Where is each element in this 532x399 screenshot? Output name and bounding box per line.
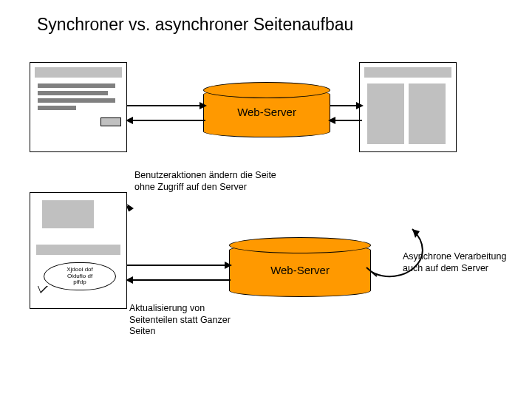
arrowhead-icon <box>328 117 335 124</box>
page-title-bar <box>35 67 122 78</box>
browser-sync-after <box>359 62 457 152</box>
arrow-request-top-right <box>330 105 358 106</box>
page-text-line <box>38 83 115 88</box>
note-partial-update: Aktualisierung von Seitenteilen statt Ga… <box>129 303 248 338</box>
web-server-label: Web-Server <box>230 264 370 276</box>
page-text-line <box>38 106 76 110</box>
tooltip-tail-icon <box>38 286 48 293</box>
svg-line-1 <box>366 267 377 276</box>
page-title-bar <box>364 67 451 78</box>
arrow-request-top-left <box>127 105 201 106</box>
arrowhead-icon <box>225 262 232 269</box>
page-column <box>367 83 404 144</box>
arrow-response-top-right <box>334 120 362 121</box>
browser-async: Xjdooi dof Oidufio df pifdp <box>30 192 127 309</box>
arrow-request-bottom <box>127 265 226 266</box>
arrowhead-icon <box>200 102 207 109</box>
page-text-line <box>38 91 108 95</box>
slide-title: Synchroner vs. asynchroner Seitenaufbau <box>37 15 353 35</box>
web-server-label: Web-Server <box>204 106 330 118</box>
arrow-response-bottom <box>132 279 231 281</box>
browser-sync-before <box>30 62 127 152</box>
tooltip-bubble: Xjdooi dof Oidufio df pifdp <box>44 262 116 290</box>
note-user-actions: Benutzeraktionen ändern die Seite ohne Z… <box>134 170 297 193</box>
arrowhead-icon <box>356 102 364 109</box>
page-title-bar <box>36 245 120 255</box>
arrowhead-icon <box>126 276 133 284</box>
arrow-response-top-left <box>132 120 205 121</box>
self-arrow-server <box>361 222 442 281</box>
tooltip-line: pifdp <box>44 279 115 286</box>
page-column <box>409 83 446 144</box>
page-header-block <box>42 200 94 228</box>
web-server-cylinder-top: Web-Server <box>203 89 330 137</box>
page-text-line <box>38 98 115 103</box>
page-submit-button <box>100 117 121 126</box>
arrowhead-icon <box>126 117 133 124</box>
web-server-cylinder-bottom: Web-Server <box>229 244 371 297</box>
